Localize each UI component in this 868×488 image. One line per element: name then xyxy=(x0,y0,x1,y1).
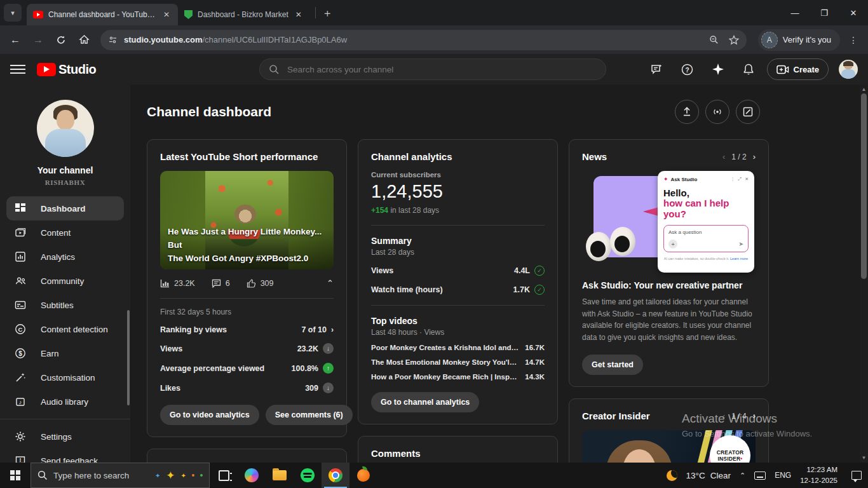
chrome-button[interactable] xyxy=(322,463,349,488)
channel-name: RISHABHX xyxy=(0,179,130,186)
analytics-icon xyxy=(14,251,27,262)
search-icon xyxy=(269,64,280,75)
sidebar-item-subtitles[interactable]: Subtitles xyxy=(0,293,130,317)
chevron-up-icon[interactable]: ⌃ xyxy=(327,278,334,288)
top-video-row[interactable]: Poor Monkey Creates a Krishna Idol and S… xyxy=(371,344,545,351)
help-icon[interactable]: ? xyxy=(675,57,700,81)
browser-titlebar: ▾ Channel dashboard - YouTube S ✕ Dashbo… xyxy=(0,0,868,25)
short-thumbnail[interactable]: He Was Just a Hungry Little Monkey... Bu… xyxy=(160,171,334,269)
upload-video-button[interactable] xyxy=(675,100,699,124)
see-comments-button[interactable]: See comments (6) xyxy=(266,405,353,425)
pager-count: 1 / 2 xyxy=(731,152,746,161)
news-illustration[interactable]: ✦ Ask Studio ⋮⤢✕ Hello, how can I help y… xyxy=(582,171,756,274)
zoom-icon[interactable] xyxy=(709,35,719,44)
fl-studio-icon xyxy=(357,469,370,482)
taskbar-clock[interactable]: 12:23 AM 12-12-2025 xyxy=(800,464,837,485)
creator-insider-thumbnail[interactable]: CREATOR INSIDER• THIS WEEK AT xyxy=(582,430,756,463)
sidebar-item-earn[interactable]: $ Earn xyxy=(0,341,130,365)
go-to-video-analytics-button[interactable]: Go to video analytics xyxy=(160,405,259,425)
whats-new-icon[interactable] xyxy=(645,57,669,81)
touch-keyboard-icon[interactable] xyxy=(754,471,766,480)
scrollbar-thumb[interactable] xyxy=(861,93,867,279)
pager-next-icon[interactable]: › xyxy=(753,411,756,421)
tab-close-icon[interactable]: ✕ xyxy=(294,10,304,19)
pager-next-icon[interactable]: › xyxy=(753,152,756,161)
sidebar-item-label: Community xyxy=(41,276,84,286)
bookmark-star-icon[interactable] xyxy=(729,35,739,45)
search-input[interactable] xyxy=(287,65,597,74)
dashboard-main: Channel dashboard Latest YouTube Short p… xyxy=(130,85,868,463)
file-explorer-button[interactable] xyxy=(266,463,294,488)
get-started-button[interactable]: Get started xyxy=(582,355,643,375)
window-restore-button[interactable]: ❐ xyxy=(810,0,839,25)
task-view-button[interactable] xyxy=(210,463,238,488)
tab-title: Channel dashboard - YouTube S xyxy=(48,10,156,19)
new-tab-button[interactable]: ＋ xyxy=(322,6,333,20)
tab-youtube-studio[interactable]: Channel dashboard - YouTube S ✕ xyxy=(27,4,178,25)
forward-button[interactable]: → xyxy=(28,30,48,50)
sidebar-item-analytics[interactable]: Analytics xyxy=(0,245,130,269)
page-scrollbar[interactable]: ▲ ▼ xyxy=(860,85,868,463)
ask-learn-more-link: Learn more xyxy=(730,257,748,261)
fl-studio-button[interactable] xyxy=(349,463,377,488)
check-circle-icon: ✓ xyxy=(534,266,545,276)
channel-avatar[interactable] xyxy=(37,100,94,157)
address-bar[interactable]: studio.youtube.com/channel/UC6LulIIDHTaI… xyxy=(100,30,747,50)
create-post-button[interactable] xyxy=(736,100,760,124)
tab-bizkro[interactable]: Dashboard - Bizkro Market ✕ xyxy=(178,4,310,25)
sidebar-item-content[interactable]: Content xyxy=(0,220,130,245)
browser-menu-icon[interactable]: ⋮ xyxy=(849,35,858,45)
url-domain: studio.youtube.com xyxy=(124,35,203,44)
scroll-down-icon[interactable]: ▼ xyxy=(860,455,868,461)
spotify-button[interactable] xyxy=(294,463,322,488)
copilot-button[interactable] xyxy=(238,463,266,488)
action-center-icon[interactable] xyxy=(851,471,862,480)
notifications-bell-icon[interactable] xyxy=(736,57,761,81)
back-button[interactable]: ← xyxy=(5,30,25,50)
reload-button[interactable] xyxy=(51,30,71,50)
pager-prev-icon[interactable]: ‹ xyxy=(722,411,725,421)
go-to-channel-analytics-button[interactable]: Go to channel analytics xyxy=(371,392,479,412)
studio-header: Studio ? Create xyxy=(0,54,868,85)
start-button[interactable] xyxy=(0,463,31,488)
views-chart-icon xyxy=(160,279,170,288)
verify-profile-button[interactable]: A Verify it's you xyxy=(758,29,840,51)
copilot-icon xyxy=(245,468,259,482)
youtube-studio-logo[interactable]: Studio xyxy=(37,62,96,77)
window-minimize-button[interactable]: — xyxy=(780,0,810,25)
top-video-row[interactable]: How a Poor Monkey Became Rich | Inspirin… xyxy=(371,373,545,381)
sidebar-item-community[interactable]: Community xyxy=(0,269,130,293)
scroll-up-icon[interactable]: ▲ xyxy=(860,85,868,92)
sparkle-icon[interactable] xyxy=(706,57,730,81)
language-indicator[interactable]: ENG xyxy=(775,471,791,480)
go-live-button[interactable] xyxy=(705,100,729,124)
spotify-icon xyxy=(301,468,315,482)
site-settings-icon[interactable] xyxy=(108,35,118,44)
metric-row-ranking[interactable]: Ranking by views 7 of 10 › xyxy=(160,325,334,334)
pager-prev-icon[interactable]: ‹ xyxy=(722,152,725,161)
sidebar-item-content-detection[interactable]: C Content detection xyxy=(0,317,130,341)
tab-search-chevron-icon[interactable]: ▾ xyxy=(4,4,22,22)
ask-send-icon: ➤ xyxy=(738,241,743,247)
studio-search-bar[interactable] xyxy=(259,58,606,80)
tab-close-icon[interactable]: ✕ xyxy=(161,10,172,19)
weather-widget[interactable]: 13°C Clear xyxy=(686,471,731,480)
create-button[interactable]: Create xyxy=(767,58,829,80)
home-button[interactable] xyxy=(74,30,94,50)
page-title: Channel dashboard xyxy=(147,104,271,119)
video-title-line1: He Was Just a Hungry Little Monkey... Bu… xyxy=(168,226,327,252)
tray-expand-icon[interactable]: ⌃ xyxy=(740,471,745,480)
sidebar-item-settings[interactable]: Settings xyxy=(0,424,130,449)
sidebar-item-audio-library[interactable]: ♪ Audio library xyxy=(0,390,130,414)
sidebar-scrollbar[interactable] xyxy=(127,310,130,405)
ask-studio-widget: ✦ Ask Studio ⋮⤢✕ Hello, how can I help y… xyxy=(658,171,754,273)
weather-moon-icon[interactable] xyxy=(667,470,677,481)
sidebar-item-dashboard[interactable]: Dashboard xyxy=(6,196,124,220)
taskbar-search-box[interactable]: Type here to search ✦ ✦ ✦ xyxy=(31,463,210,488)
sidebar-item-customisation[interactable]: Customisation xyxy=(0,365,130,390)
top-video-row[interactable]: The Most Emotional Monkey Story You'll E… xyxy=(371,358,545,366)
window-close-button[interactable]: ✕ xyxy=(839,0,868,25)
menu-hamburger-icon[interactable] xyxy=(10,62,25,77)
account-avatar[interactable] xyxy=(839,60,858,79)
published-videos-card: Published videos xyxy=(147,449,347,463)
